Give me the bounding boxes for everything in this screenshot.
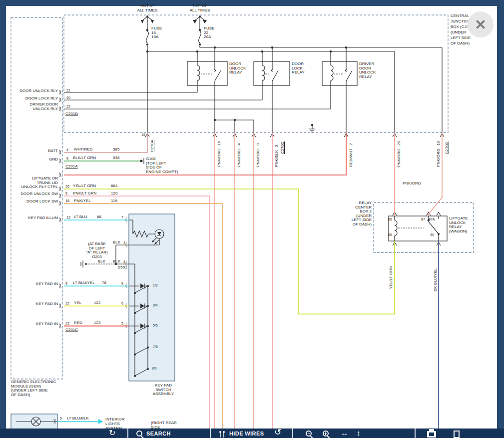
- pin-number: 2: [349, 143, 353, 145]
- wire-dk-blu-yel-label: DK BLU/YEL: [433, 268, 438, 292]
- fuse-22-label: FUSE 22 20A: [204, 26, 214, 40]
- wire-color-label: PNK/ORG: [436, 148, 441, 167]
- connector-c201a: C201A: [65, 164, 77, 169]
- wire-color-label: LT BLU/BLK: [67, 416, 89, 421]
- refresh-icon[interactable]: ↻: [109, 428, 115, 438]
- wire-color-label: BLK: [113, 260, 120, 264]
- inline-connector-icon: )(: [59, 194, 61, 198]
- diagram-labels: HOT AT ALL TIMES HOT AT ALL TIMES FUSE 1…: [0, 0, 504, 438]
- keypad-switch-label: 9/0: [152, 366, 157, 370]
- keypad-connector-icon: (: [125, 324, 126, 328]
- fuse-16-label: FUSE 16 15A: [151, 26, 162, 40]
- circuit-number: 122: [94, 301, 100, 306]
- circuit-number: 66: [97, 215, 101, 220]
- search-icon[interactable]: [136, 430, 142, 436]
- wire-color-label: PNK/BLK: [274, 150, 279, 167]
- door-unlock-relay-label: DOOR UNLOCK RELAY: [229, 62, 246, 75]
- cjb-output-16: PNK/ORG16: [216, 141, 222, 167]
- wire-color-label: PNK/ORG: [397, 148, 401, 167]
- keypad-pin-number: 8: [121, 282, 123, 285]
- pin-number: 8: [66, 156, 68, 160]
- pin-number: 4: [237, 144, 241, 146]
- gem-door-unlock-rly: DOOR UNLOCK RLY: [8, 89, 58, 94]
- circuit-number: 938: [113, 156, 119, 160]
- wire-color-label: YEL: [74, 301, 81, 306]
- pin-number: 22: [65, 302, 69, 305]
- connector-c201d: C201D: [65, 112, 78, 116]
- relay-pin-87: 87: [421, 218, 425, 221]
- wire-color-label: LT BLU/YEL: [73, 281, 95, 286]
- wire-color-label: BLK: [98, 260, 105, 264]
- hide-wires-button[interactable]: HIDE WIRES: [229, 430, 264, 436]
- connector-label: C270C: [445, 142, 449, 154]
- wire-color-label: PNK/ORG: [237, 148, 241, 167]
- circuit-number: 119: [111, 199, 117, 204]
- keypad-connector-icon: (: [125, 284, 126, 288]
- wire-color-label: PNK/ORG: [403, 182, 421, 186]
- inline-connector-icon: )(: [59, 106, 61, 111]
- keypad-connector-icon: (: [125, 262, 126, 266]
- wire-color-label: WHT/RED: [74, 148, 92, 152]
- toolbar-separator: [292, 428, 293, 438]
- pin-number: 13: [66, 216, 70, 219]
- driver-door-unlock-relay-label: DRIVER DOOR UNLOCK RELAY: [359, 62, 376, 79]
- zoom-in-icon[interactable]: [323, 430, 329, 436]
- zoom-out-icon[interactable]: [306, 430, 312, 436]
- pin-number: 4: [66, 148, 68, 152]
- cjb-output-2: RED/WHT2: [348, 143, 354, 167]
- toolbar-separator: [127, 428, 128, 438]
- wire-color-label: BLK: [113, 240, 120, 245]
- cjb-output-9: PNK/ORG9: [255, 144, 261, 167]
- keypad-pin-number: 6: [121, 302, 123, 305]
- pin-number: 9: [256, 144, 260, 146]
- gem-liftgate-ctrl: LIFTGATE OR TRUNK LID UNLOCK RLY CTRL: [8, 176, 58, 190]
- connector-c270a: C270A: [149, 140, 155, 152]
- pin-number: 8: [65, 282, 67, 285]
- fit-width-icon[interactable]: ↔: [341, 428, 348, 438]
- undo-icon[interactable]: ↺: [274, 428, 281, 437]
- inline-connector-icon: )(: [59, 304, 61, 308]
- relay-center-box-title: RELAY CENTER BOX 2 (UNDER LEFT SIDE OF D…: [346, 201, 372, 226]
- cjb-output-10: PNK/ORG10: [436, 141, 441, 167]
- gem-title: GENERIC ELECTRONIC MODULE (GEM) (UNDER L…: [11, 380, 56, 397]
- close-button[interactable]: ✕: [468, 12, 494, 38]
- inline-connector-icon: )(: [59, 186, 61, 191]
- hide-wires-icon[interactable]: [218, 430, 226, 438]
- wire-color-label: BLK/LT GRN: [73, 156, 96, 160]
- inline-connector-icon: )(: [59, 98, 61, 102]
- wire-color-label: DK BLU/YEL: [433, 268, 438, 292]
- gem-key-pad-in-3: KEY PAD IN: [8, 322, 58, 326]
- keypad-switch-label: 1/2: [153, 284, 158, 287]
- door-lock-relay-label: DOOR LOCK RELAY: [292, 62, 305, 75]
- circuit-number: 123: [94, 321, 100, 326]
- pin-number: 20: [66, 96, 70, 100]
- gem-key-pad-in-1: KEY PAD IN: [8, 282, 58, 286]
- pin-number: 8: [65, 192, 67, 195]
- export-icon[interactable]: [454, 430, 460, 438]
- wire-color-label: PNK/LT GRN: [73, 192, 96, 196]
- circuit-number: 78: [102, 281, 106, 286]
- pin-number: 5: [60, 416, 62, 420]
- cjb-title: CENTRAL JUNCTION BOX (CJB) (UNDER LEFT S…: [451, 13, 471, 46]
- print-icon[interactable]: [427, 431, 436, 438]
- gem-key-pad-illum: KEY PAD ILLUM: [8, 216, 58, 220]
- connector-label: C270C: [280, 142, 285, 154]
- ground-g108-label: G108 (TOP LEFT SIDE OF ENGINE COMPT): [146, 157, 178, 174]
- toolbar-separator: [415, 428, 416, 438]
- keypad-title: KEY PAD SWITCH ASSEMBLY: [150, 384, 177, 396]
- connector-c270c-left: C270C: [280, 142, 285, 154]
- inline-connector-icon: )(: [59, 218, 61, 222]
- pin-number: 29: [397, 141, 401, 146]
- connector-c270c-right: C270C: [444, 142, 450, 154]
- connector-c201c: C201C: [65, 328, 78, 332]
- relay-pin-87a: 87A: [429, 218, 435, 221]
- pin-number: 15: [141, 133, 145, 136]
- inline-connector-icon: )(: [59, 90, 61, 94]
- fit-height-icon[interactable]: ↕: [357, 428, 361, 438]
- keypad-switch-label: 3/4: [153, 304, 158, 307]
- pin-number: 26: [65, 184, 69, 188]
- circuit-number: 120: [111, 192, 117, 196]
- search-button[interactable]: SEARCH: [146, 430, 171, 436]
- circuit-number: 664: [111, 184, 117, 188]
- ground-g203-label: (AT BASE OF LEFT "A" PILLAR) G203: [84, 242, 110, 259]
